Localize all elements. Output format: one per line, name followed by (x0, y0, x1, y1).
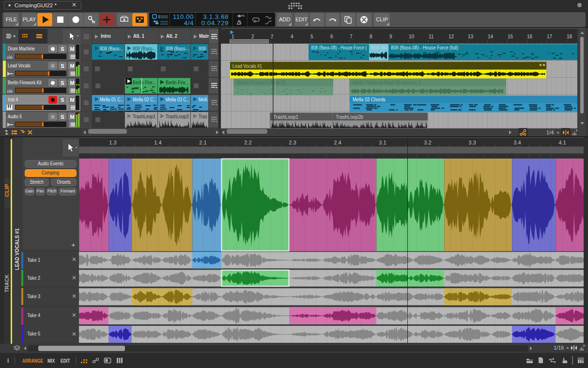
svg-text:4: 4 (291, 34, 294, 39)
svg-text:10: 10 (409, 34, 415, 39)
svg-text:Berlin Firework Beat 01: Berlin Firework Beat 01 (237, 80, 286, 85)
svg-text:w: w (92, 19, 95, 24)
svg-text:6: 6 (330, 34, 333, 39)
svg-text:14: 14 (488, 34, 494, 39)
svg-text:Mella 03 Chords: Mella 03 Chords (353, 96, 386, 102)
svg-text:7: 7 (350, 34, 353, 39)
svg-text:808 (Bass-08) - House Force (f: 808 (Bass-08) - House Force (full) (391, 45, 458, 50)
svg-text:2.4: 2.4 (334, 140, 341, 145)
svg-text:16: 16 (527, 34, 533, 39)
svg-text:5: 5 (310, 34, 313, 39)
svg-text:Lead Vocals #1: Lead Vocals #1 (232, 63, 262, 69)
svg-text:13: 13 (468, 34, 474, 39)
svg-text:3.4: 3.4 (513, 140, 521, 145)
svg-text:11: 11 (429, 34, 434, 39)
svg-text:12: 12 (449, 34, 454, 39)
svg-text:1.3: 1.3 (109, 140, 116, 145)
svg-text:17: 17 (547, 34, 553, 39)
svg-text:2.3: 2.3 (289, 140, 296, 145)
svg-text:2: 2 (251, 34, 254, 39)
svg-text:TrashLoop1: TrashLoop1 (273, 114, 298, 120)
svg-text:1.4: 1.4 (154, 140, 161, 145)
svg-text:8: 8 (370, 34, 372, 39)
svg-text:9: 9 (389, 34, 392, 39)
svg-text:18: 18 (567, 34, 573, 39)
svg-text:TRACK: TRACK (4, 274, 10, 292)
svg-text:TrashLoop2b: TrashLoop2b (336, 114, 363, 120)
svg-text:LEAD VOCALS #1: LEAD VOCALS #1 (15, 228, 20, 270)
svg-text:3.3: 3.3 (468, 140, 476, 145)
svg-text:808 (Bass-08) - House Force (: 808 (Bass-08) - House Force ( (311, 45, 367, 50)
svg-text:Berlin Firework Beat 02-bounce: Berlin Firework Beat 02-bounce-1 (353, 80, 421, 85)
svg-text:CLIP: CLIP (4, 184, 10, 197)
svg-text:15: 15 (508, 34, 513, 39)
svg-text:1: 1 (232, 34, 234, 39)
svg-text:808 (Bas: 808 (Bas (371, 45, 390, 50)
